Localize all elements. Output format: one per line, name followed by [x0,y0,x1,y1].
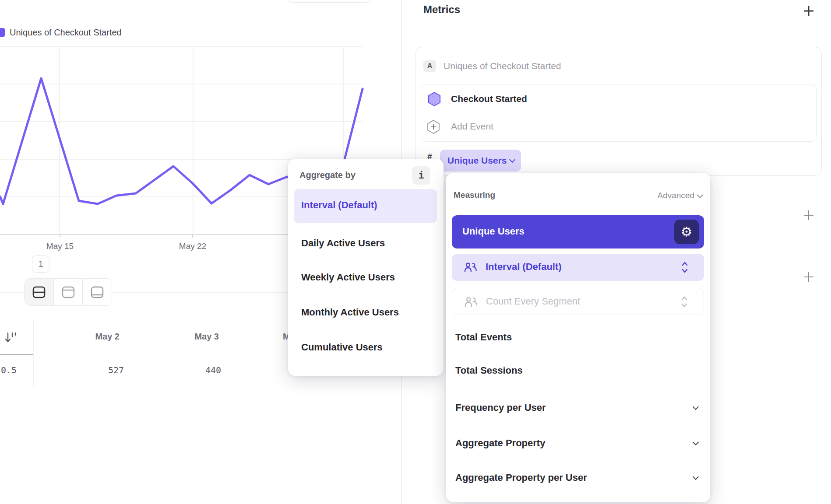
sort-icon[interactable] [4,331,18,345]
metric-letter-badge: A [423,60,436,72]
measuring-option-total-events[interactable]: Total Events [455,332,512,343]
unique-users-settings-button[interactable]: ⚙ [674,220,699,244]
table-row-border [0,386,401,386]
legend-label: Uniques of Checkout Started [10,28,122,38]
legend-swatch [0,28,5,37]
up-down-selector-icon [681,296,688,308]
measuring-option-aggregate-property-per-user[interactable]: Aggregate Property per User [455,472,587,483]
metrics-section-title: Metrics [423,4,460,16]
measuring-label: Measuring [454,190,495,200]
table-cell-may-2[interactable]: 527 [36,365,124,375]
measuring-option-frequency-per-user[interactable]: Frequency per User [455,402,546,413]
option-daily-active-users[interactable]: Daily Active Users [301,238,385,249]
table-header-may-2[interactable]: May 2 [32,332,120,342]
event-card [421,84,817,142]
table-cell-may-3[interactable]: 440 [134,365,221,375]
layout-table-bottom-button[interactable] [82,279,112,305]
people-icon [464,262,477,273]
interval-default-label: Interval (Default) [486,261,562,273]
chart-top-icon [61,285,76,300]
layout-toggle-group [24,278,112,306]
toolbar-button-cut-off[interactable] [287,0,371,3]
aggregate-by-popup: Aggregate by i Interval (Default) Daily … [288,159,444,376]
option-cumulative-users[interactable]: Cumulative Users [301,342,383,353]
split-horizontal-icon [32,285,46,300]
analytics-report-page: Uniques of Checkout Started May 15 May 2… [0,0,831,504]
aggregate-by-title: Aggregate by [299,170,356,180]
measuring-option-total-sessions[interactable]: Total Sessions [455,365,523,376]
layout-split-horizontal-button[interactable] [25,279,53,305]
info-icon[interactable]: i [412,166,430,185]
chevron-down-icon [697,192,703,198]
interval-default-selector[interactable]: Interval (Default) [452,254,704,281]
option-monthly-active-users[interactable]: Monthly Active Users [301,307,399,318]
add-metric-icon[interactable] [803,5,814,17]
measuring-option-unique-users-selected[interactable]: Unique Users ⚙ [452,215,704,248]
pagination-page-1-button[interactable]: 1 [32,256,49,273]
chevron-down-icon [693,474,699,480]
table-header-may-3[interactable]: May 3 [131,332,219,342]
metric-name[interactable]: Uniques of Checkout Started [444,61,561,71]
table-header-border-left [0,354,33,355]
option-label: Interval (Default) [301,200,377,211]
gear-icon: ⚙ [681,224,693,239]
advanced-dropdown[interactable]: Advanced [657,191,694,200]
count-every-segment-selector[interactable]: Count Every Segment [452,288,704,315]
option-label: Unique Users [462,226,525,237]
measuring-popup: Measuring Advanced Unique Users ⚙ Interv… [446,173,710,502]
unique-users-chip-label[interactable]: Unique Users [447,155,507,166]
measuring-option-aggregate-property[interactable]: Aggregate Property [455,438,545,449]
add-event-hexagon-icon [426,119,440,134]
option-interval-default-selected[interactable]: Interval (Default) [294,189,437,223]
add-row-icon[interactable] [803,210,814,220]
table-bottom-icon [90,285,105,300]
layout-chart-top-button[interactable] [53,279,83,305]
option-weekly-active-users[interactable]: Weekly Active Users [301,272,395,283]
event-hexagon-icon [427,91,441,107]
up-down-selector-icon [681,261,688,273]
add-row-icon[interactable] [803,272,814,282]
x-tick-may-22: May 22 [173,242,212,251]
chevron-down-icon [693,404,699,410]
add-event-button[interactable]: Add Event [451,121,493,132]
event-name[interactable]: Checkout Started [451,94,527,104]
table-frozen-column-divider [33,319,34,386]
count-every-segment-label: Count Every Segment [486,296,580,307]
table-row-label-fragment: 0.5 [1,365,27,375]
x-tick-may-15: May 15 [40,242,80,251]
people-icon [465,297,478,307]
chevron-down-icon [693,439,699,445]
